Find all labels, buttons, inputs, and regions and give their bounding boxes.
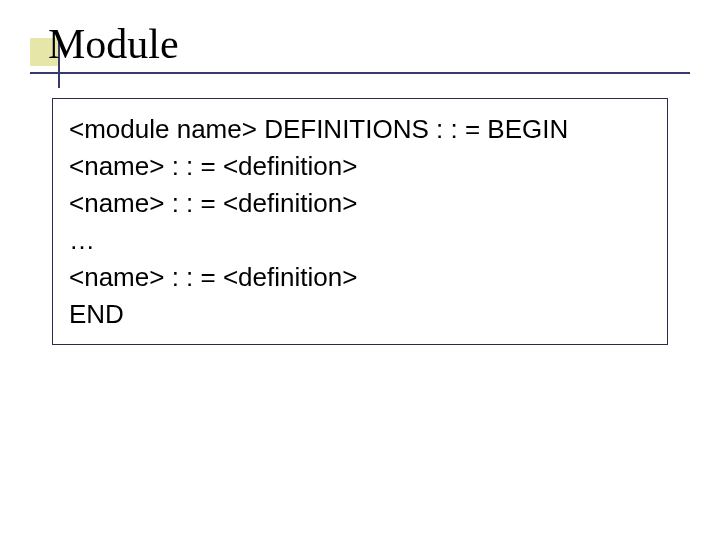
page-title: Module [48, 20, 179, 68]
title-wrap: Module [48, 20, 179, 68]
code-line: END [69, 296, 651, 333]
title-rule-horizontal [30, 72, 690, 74]
code-line: <name> : : = <definition> [69, 185, 651, 222]
code-line: <module name> DEFINITIONS : : = BEGIN [69, 111, 651, 148]
code-line: <name> : : = <definition> [69, 148, 651, 185]
code-line: … [69, 222, 651, 259]
code-line: <name> : : = <definition> [69, 259, 651, 296]
definition-box: <module name> DEFINITIONS : : = BEGIN <n… [52, 98, 668, 345]
